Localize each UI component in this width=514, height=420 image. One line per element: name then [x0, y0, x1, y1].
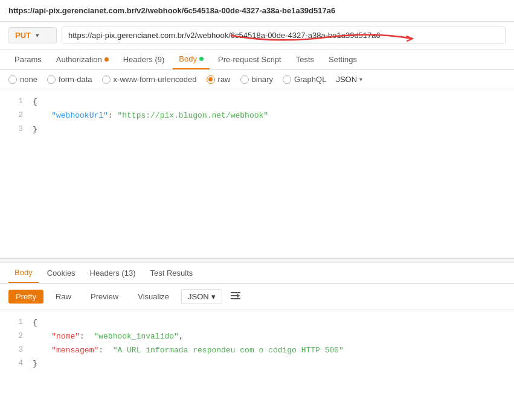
- resp-btn-visualize[interactable]: Visualize: [130, 290, 176, 304]
- resp-btn-raw-label: Raw: [56, 292, 71, 301]
- resp-btn-visualize-label: Visualize: [138, 292, 169, 301]
- radio-form-data-icon: [47, 75, 56, 84]
- option-binary[interactable]: binary: [240, 75, 273, 84]
- top-url-text: https://api-pix.gerencianet.com.br/v2/we…: [8, 6, 335, 15]
- code-line-2: 2 "webhookUrl": "https://pix.blugon.net/…: [0, 109, 514, 123]
- body-options-bar: none form-data x-www-form-urlencoded raw…: [0, 70, 514, 89]
- option-none-label: none: [20, 75, 37, 84]
- tab-authorization[interactable]: Authorization: [50, 50, 115, 69]
- tab-authorization-label: Authorization: [56, 55, 102, 64]
- line-content-2: "webhookUrl": "https://pix.blugon.net/we…: [33, 110, 268, 122]
- code-editor[interactable]: 1 { 2 "webhookUrl": "https://pix.blugon.…: [0, 89, 514, 258]
- tab-headers[interactable]: Headers (9): [117, 50, 171, 69]
- request-tabs-bar: Params Authorization Headers (9) Body Pr…: [0, 49, 514, 70]
- method-selector[interactable]: PUT ▾: [8, 27, 57, 43]
- line-num-1: 1: [8, 96, 23, 107]
- resp-line-num-1: 1: [8, 317, 23, 328]
- url-path: /6c54518a-00de-4327-a38a-be1a39d517a6: [228, 31, 381, 40]
- line-num-3: 3: [8, 124, 23, 135]
- option-raw-label: raw: [218, 75, 231, 84]
- format-chevron-icon: ▾: [359, 76, 362, 83]
- resp-line-content-2: "nome": "webhook_invalido",: [33, 331, 184, 343]
- resp-btn-preview[interactable]: Preview: [83, 290, 126, 304]
- code-line-1: 1 {: [0, 95, 514, 109]
- request-bar: PUT ▾ https://api-pix.gerencianet.com.br…: [0, 22, 514, 49]
- format-selector[interactable]: JSON ▾: [336, 75, 362, 84]
- resp-line-num-3: 3: [8, 345, 23, 356]
- resp-btn-pretty[interactable]: Pretty: [8, 290, 43, 304]
- resp-btn-raw[interactable]: Raw: [48, 290, 79, 304]
- resp-line-num-2: 2: [8, 331, 23, 342]
- tab-tests-label: Tests: [296, 55, 314, 64]
- authorization-dot-icon: [104, 57, 109, 62]
- resp-line-num-4: 4: [8, 358, 23, 369]
- resp-tab-headers-label: Headers (13): [90, 269, 136, 278]
- option-raw[interactable]: raw: [207, 75, 231, 84]
- code-line-3: 3 }: [0, 123, 514, 137]
- option-urlencoded[interactable]: x-www-form-urlencoded: [102, 75, 197, 84]
- response-tabs-bar: Body Cookies Headers (13) Test Results: [0, 263, 514, 284]
- format-label: JSON: [336, 75, 357, 84]
- line-content-1: {: [33, 96, 37, 109]
- top-url-display: https://api-pix.gerencianet.com.br/v2/we…: [0, 0, 514, 22]
- option-graphql-label: GraphQL: [294, 75, 326, 84]
- resp-tab-cookies[interactable]: Cookies: [41, 264, 82, 282]
- option-graphql[interactable]: GraphQL: [283, 75, 326, 84]
- url-input-field[interactable]: https://api-pix.gerencianet.com.br/v2/we…: [62, 27, 506, 44]
- radio-none-icon: [8, 75, 17, 84]
- resp-tab-test-results-label: Test Results: [150, 269, 193, 278]
- option-form-data-label: form-data: [59, 75, 92, 84]
- resp-line-4: 4 }: [0, 357, 514, 371]
- tab-params-label: Params: [14, 55, 42, 64]
- tab-pre-request-script[interactable]: Pre-request Script: [212, 50, 288, 69]
- radio-raw-icon: [207, 75, 215, 84]
- line-content-3: }: [33, 124, 37, 136]
- body-dot-icon: [199, 57, 204, 61]
- resp-format-label: JSON: [188, 292, 209, 301]
- tab-headers-label: Headers (9): [123, 55, 165, 64]
- resp-line-2: 2 "nome": "webhook_invalido",: [0, 330, 514, 344]
- response-format-bar: Pretty Raw Preview Visualize JSON ▾: [0, 284, 514, 310]
- resp-line-content-4: }: [33, 358, 37, 371]
- resp-wrap-button[interactable]: [227, 288, 244, 305]
- option-none[interactable]: none: [8, 75, 37, 84]
- section-divider: [0, 258, 514, 263]
- resp-line-content-3: "mensagem": "A URL informada respondeu c…: [33, 345, 344, 357]
- tab-body-label: Body: [179, 54, 197, 63]
- radio-graphql-icon: [283, 75, 291, 84]
- radio-urlencoded-icon: [102, 75, 111, 84]
- resp-tab-headers[interactable]: Headers (13): [84, 264, 142, 282]
- tab-tests[interactable]: Tests: [290, 50, 320, 69]
- tab-settings-label: Settings: [329, 55, 357, 64]
- resp-line-content-1: {: [33, 317, 37, 329]
- resp-line-1: 1 {: [0, 316, 514, 330]
- resp-btn-pretty-label: Pretty: [16, 292, 36, 301]
- radio-binary-icon: [240, 75, 249, 84]
- resp-tab-body-label: Body: [14, 268, 33, 277]
- option-form-data[interactable]: form-data: [47, 75, 92, 84]
- wrap-icon: [230, 291, 242, 301]
- tab-params[interactable]: Params: [8, 50, 48, 69]
- tab-pre-request-label: Pre-request Script: [218, 55, 281, 64]
- resp-btn-preview-label: Preview: [91, 292, 118, 301]
- response-code-editor: 1 { 2 "nome": "webhook_invalido", 3 "men…: [0, 310, 514, 377]
- resp-tab-body[interactable]: Body: [8, 263, 39, 283]
- option-urlencoded-label: x-www-form-urlencoded: [114, 75, 197, 84]
- resp-format-selector[interactable]: JSON ▾: [181, 289, 222, 304]
- resp-format-chevron-icon: ▾: [211, 292, 216, 301]
- resp-tab-cookies-label: Cookies: [47, 269, 75, 278]
- tab-body[interactable]: Body: [173, 49, 210, 69]
- line-num-2: 2: [8, 110, 23, 121]
- url-base: https://api-pix.gerencianet.com.br/v2/we…: [68, 31, 228, 40]
- method-label: PUT: [15, 31, 31, 40]
- option-binary-label: binary: [252, 75, 273, 84]
- tab-settings[interactable]: Settings: [323, 50, 363, 69]
- method-chevron-icon: ▾: [36, 32, 39, 39]
- resp-line-3: 3 "mensagem": "A URL informada respondeu…: [0, 344, 514, 358]
- resp-tab-test-results[interactable]: Test Results: [144, 264, 199, 282]
